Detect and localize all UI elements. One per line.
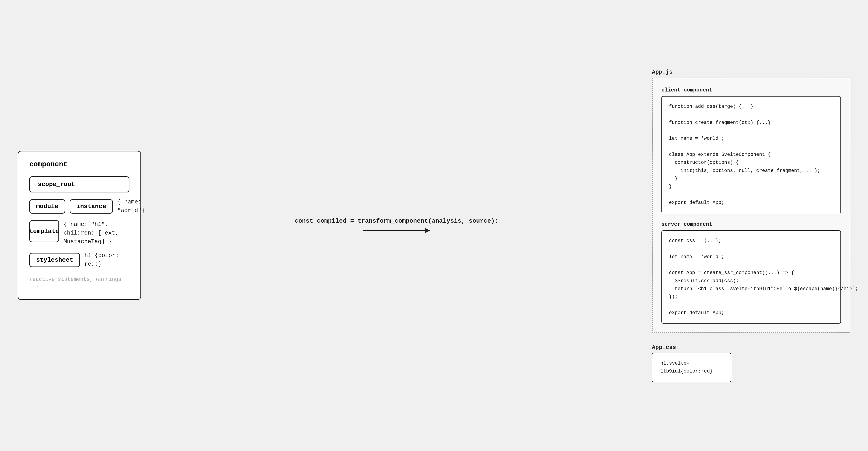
server-code-text: const css = {...}; let name = 'world'; c… xyxy=(669,237,833,317)
appjs-file-label: App.js xyxy=(652,69,850,75)
arrow-label: const compiled = transform_component(ana… xyxy=(294,218,498,224)
server-component-section: server_component const css = {...}; let … xyxy=(661,221,841,324)
main-container: component scope_root module instance { n… xyxy=(18,69,850,382)
appcss-file-label: App.css xyxy=(652,344,850,351)
instance-box: instance xyxy=(70,199,113,214)
server-code-box: const css = {...}; let name = 'world'; c… xyxy=(661,230,841,324)
template-row: template { name: "h1", children: [Text, … xyxy=(29,220,129,246)
reactive-text: reactive_statements, warnings ... xyxy=(29,277,129,288)
stylesheet-data-text: h1 {color: red;} xyxy=(85,251,129,268)
scope-root-box: scope_root xyxy=(29,176,129,192)
instance-label: instance xyxy=(76,203,106,210)
server-component-label: server_component xyxy=(661,221,841,227)
appcss-code-box: h1.svelte- 1tb9iu1{color:red} xyxy=(652,353,731,382)
module-instance-row: module instance { name: "world"} xyxy=(29,198,129,215)
component-label: component xyxy=(29,160,129,168)
stylesheet-row: stylesheet h1 {color: red;} xyxy=(29,251,129,268)
stylesheet-label: stylesheet xyxy=(36,257,73,263)
stylesheet-box: stylesheet xyxy=(29,253,80,267)
appjs-container: App.js client_component function add_css… xyxy=(652,69,850,333)
output-section: App.js client_component function add_css… xyxy=(652,69,850,382)
client-code-text: function add_css(targe) {...} function c… xyxy=(669,103,833,207)
client-component-label: client_component xyxy=(661,87,841,93)
scope-root-row: scope_root xyxy=(29,176,129,192)
arrow-head xyxy=(425,228,430,233)
instance-data-text: { name: "world"} xyxy=(117,198,145,215)
module-box: module xyxy=(29,199,65,214)
appcss-code-text: h1.svelte- 1tb9iu1{color:red} xyxy=(660,359,723,376)
client-component-section: client_component function add_css(targe)… xyxy=(661,87,841,214)
template-box: template xyxy=(29,220,59,242)
template-label: template xyxy=(29,228,59,235)
arrow-section: const compiled = transform_component(ana… xyxy=(141,218,652,233)
client-code-box: function add_css(targe) {...} function c… xyxy=(661,96,841,214)
component-box: component scope_root module instance { n… xyxy=(18,151,141,300)
scope-root-label: scope_root xyxy=(38,181,75,188)
arrow-line xyxy=(363,228,430,233)
appjs-dashed-box: client_component function add_css(targe)… xyxy=(652,77,850,333)
module-label: module xyxy=(36,203,58,210)
appcss-container: App.css h1.svelte- 1tb9iu1{color:red} xyxy=(652,344,850,382)
arrow-shaft xyxy=(363,230,425,231)
template-data-text: { name: "h1", children: [Text, MustacheT… xyxy=(63,220,129,246)
